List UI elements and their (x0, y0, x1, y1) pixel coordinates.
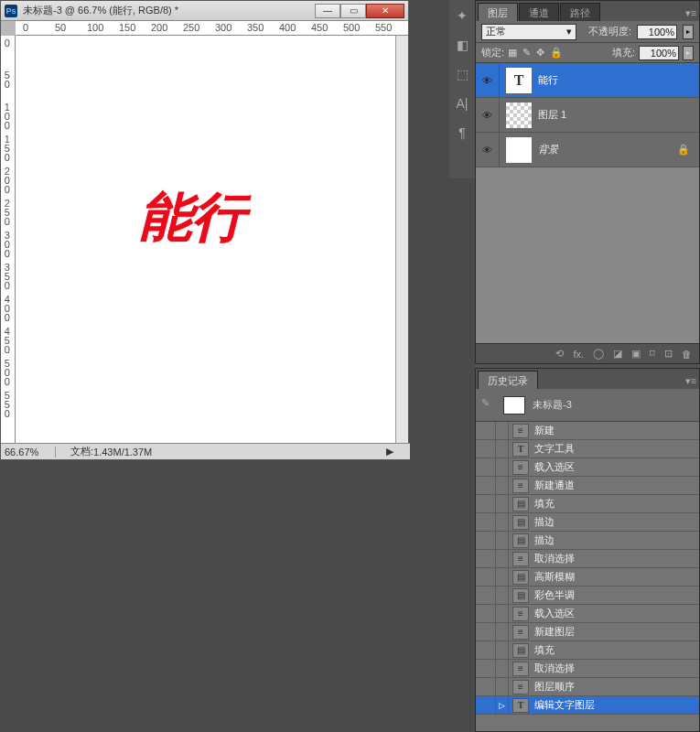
history-brush-icon[interactable]: ✎ (481, 397, 498, 414)
layers-footer-icon-3[interactable]: ◪ (613, 348, 622, 360)
layers-panel: 图层 通道 路径 ▾≡ 正常▾ 不透明度: 100% ▸ 锁定: ▦ ✎ ✥ 🔒… (475, 0, 700, 364)
blend-mode-select[interactable]: 正常▾ (481, 24, 576, 40)
history-marker (496, 422, 509, 439)
tab-channels[interactable]: 通道 (519, 3, 559, 21)
history-row[interactable]: ▤ 填充 (476, 641, 699, 660)
lock-transparency-icon[interactable]: ▦ (508, 47, 517, 59)
history-row[interactable]: ≡ 新建 (476, 422, 699, 440)
history-step-icon: ≡ (512, 625, 529, 640)
history-marker (496, 477, 509, 494)
opacity-input[interactable]: 100% (637, 25, 677, 39)
layer-list[interactable]: 👁 T 能行 👁 图层 1 👁 背景 🔒 (476, 63, 699, 343)
history-row[interactable]: ▤ 彩色半调 (476, 587, 699, 605)
layer-row[interactable]: 👁 T 能行 (476, 63, 699, 98)
paragraph-icon[interactable]: ¶ (454, 124, 470, 141)
history-step-label: 图层顺序 (533, 680, 699, 694)
history-row[interactable]: ≡ 载入选区 (476, 458, 699, 477)
history-list[interactable]: ≡ 新建 T 文字工具 ≡ 载入选区 ≡ 新建通道 ▤ 填充 ▤ 描边 ▤ 描边… (476, 422, 699, 731)
layers-footer-icon-2[interactable]: ◯ (593, 348, 604, 360)
history-row[interactable]: ▤ 描边 (476, 532, 699, 550)
doc-info-label: 文档: (70, 445, 93, 458)
history-row[interactable]: ≡ 图层顺序 (476, 678, 699, 696)
opacity-flyout-icon[interactable]: ▸ (683, 25, 694, 39)
history-row[interactable]: ≡ 取消选择 (476, 550, 699, 568)
history-row[interactable]: ≡ 新建通道 (476, 477, 699, 495)
visibility-eye-icon[interactable]: 👁 (476, 63, 500, 97)
history-gutter (476, 422, 496, 439)
history-step-label: 新建 (533, 424, 699, 437)
history-step-icon: ▤ (512, 497, 529, 511)
history-marker (496, 458, 509, 476)
history-row[interactable]: ▤ 填充 (476, 495, 699, 513)
history-gutter (476, 532, 496, 549)
visibility-eye-icon[interactable]: 👁 (476, 98, 500, 132)
panel-dock: 图层 通道 路径 ▾≡ 正常▾ 不透明度: 100% ▸ 锁定: ▦ ✎ ✥ 🔒… (475, 0, 700, 732)
layers-footer-icon-4[interactable]: ▣ (631, 348, 641, 360)
history-row[interactable]: ≡ 取消选择 (476, 660, 699, 678)
history-step-label: 高斯模糊 (533, 570, 699, 584)
character-icon[interactable]: A| (454, 95, 470, 112)
history-gutter (476, 660, 496, 677)
history-row[interactable]: T 文字工具 (476, 440, 699, 458)
history-step-icon: ▤ (512, 570, 529, 585)
fill-input[interactable]: 100% (639, 46, 679, 60)
styles-icon[interactable]: ⬚ (454, 66, 470, 82)
tab-layers[interactable]: 图层 (478, 3, 518, 21)
history-step-label: 新建通道 (533, 479, 699, 492)
layer-thumb[interactable]: T (505, 67, 533, 94)
tab-history[interactable]: 历史记录 (478, 371, 538, 389)
history-step-icon: ≡ (512, 680, 529, 694)
canvas[interactable]: 能行 (16, 36, 395, 443)
zoom-level[interactable]: 66.67% (1, 447, 56, 458)
lock-all-icon[interactable]: 🔒 (550, 47, 563, 59)
history-step-label: 载入选区 (533, 460, 699, 474)
lock-paint-icon[interactable]: ✎ (522, 47, 531, 59)
tab-paths[interactable]: 路径 (560, 3, 600, 21)
history-row[interactable]: ≡ 新建图层 (476, 623, 699, 641)
title-bar[interactable]: Ps 未标题-3 @ 66.7% (能行, RGB/8) * — ▭ ✕ (1, 1, 408, 21)
history-step-icon: ≡ (512, 460, 529, 475)
history-step-label: 新建图层 (533, 625, 699, 639)
layer-name[interactable]: 背景 (538, 143, 677, 156)
history-row[interactable]: ▤ 高斯模糊 (476, 568, 699, 587)
visibility-eye-icon[interactable]: 👁 (476, 133, 500, 167)
fill-flyout-icon[interactable]: ▸ (683, 46, 694, 60)
swatches-icon[interactable]: ◧ (454, 37, 470, 53)
scrollbar-vertical[interactable] (395, 36, 408, 443)
minimize-button[interactable]: — (315, 4, 340, 18)
history-marker (496, 587, 509, 604)
layer-thumb[interactable] (505, 136, 533, 164)
layers-footer-icon-7[interactable]: 🗑 (682, 349, 692, 360)
layers-footer-icon-1[interactable]: fx. (573, 349, 584, 360)
brush-preset-icon[interactable]: ✦ (454, 7, 470, 24)
maximize-button[interactable]: ▭ (340, 4, 366, 18)
history-step-icon: ≡ (512, 479, 529, 493)
history-step-icon: ▤ (512, 533, 529, 548)
close-button[interactable]: ✕ (366, 4, 404, 18)
history-marker (496, 605, 509, 622)
layers-lock-row: 锁定: ▦ ✎ ✥ 🔒 填充: 100% ▸ (476, 43, 699, 63)
history-row[interactable]: ▤ 描边 (476, 513, 699, 532)
panel-menu-icon[interactable]: ▾≡ (683, 5, 699, 21)
layers-footer-icon-6[interactable]: ⊡ (664, 348, 673, 360)
layers-footer-icon-5[interactable]: ⌑ (650, 348, 655, 360)
layer-thumb[interactable] (505, 102, 533, 129)
layer-name[interactable]: 能行 (538, 73, 699, 87)
layer-row[interactable]: 👁 图层 1 (476, 98, 699, 133)
layer-name[interactable]: 图层 1 (538, 108, 699, 122)
lock-position-icon[interactable]: ✥ (536, 47, 544, 59)
status-menu-icon[interactable]: ▶ (386, 446, 393, 458)
canvas-text: 能行 (139, 182, 245, 253)
lock-label: 锁定: (481, 46, 504, 59)
history-marker (496, 532, 509, 549)
history-row[interactable]: ≡ 载入选区 (476, 605, 699, 623)
ruler-horizontal[interactable]: 050100150200250300350400450500550 (16, 21, 408, 36)
panel-menu-icon[interactable]: ▾≡ (683, 372, 699, 389)
history-step-icon: T (512, 442, 529, 457)
ruler-vertical[interactable]: 050100150200250300350400450500550 (1, 36, 16, 443)
history-snapshot-row[interactable]: ✎ 未标题-3 (476, 389, 699, 422)
layers-footer-icon-0[interactable]: ⟲ (555, 348, 564, 360)
document-title: 未标题-3 @ 66.7% (能行, RGB/8) * (23, 4, 315, 17)
layer-row[interactable]: 👁 背景 🔒 (476, 133, 699, 167)
history-row[interactable]: ▷ T 编辑文字图层 (476, 696, 699, 715)
